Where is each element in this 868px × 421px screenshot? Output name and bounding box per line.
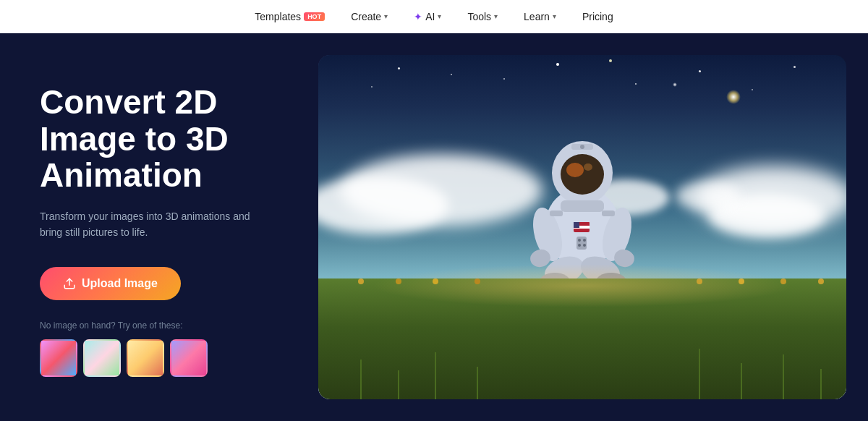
svg-rect-19 [574, 222, 579, 228]
nav-ai-label: AI [425, 11, 435, 22]
svg-rect-28 [602, 210, 615, 216]
svg-point-24 [583, 244, 586, 247]
sample-images-row [40, 339, 275, 377]
try-samples-text: No image on hand? Try one of these: [40, 320, 275, 331]
nav-learn-label: Learn [524, 11, 550, 22]
svg-rect-20 [576, 237, 587, 250]
nav-hot-badge: HOT [304, 12, 325, 21]
hero-section: Convert 2D Image to 3D Animation Transfo… [0, 33, 868, 421]
ai-sparkle-icon: ✦ [414, 11, 422, 22]
svg-point-21 [578, 239, 581, 242]
hero-right-panel [304, 33, 868, 421]
nav-templates-label: Templates [255, 11, 301, 22]
nav-tools-label: Tools [467, 11, 491, 22]
sample-thumb-1[interactable] [40, 339, 77, 377]
nav-tools[interactable]: Tools ▾ [467, 11, 498, 22]
ground-layer [318, 278, 846, 399]
svg-rect-6 [561, 200, 604, 212]
sample-thumb-3[interactable] [127, 339, 164, 377]
nav-learn[interactable]: Learn ▾ [524, 11, 556, 22]
nav-pricing[interactable]: Pricing [582, 11, 613, 22]
nav-create[interactable]: Create ▾ [351, 11, 388, 22]
svg-point-3 [561, 154, 604, 195]
chevron-down-icon-ai: ▾ [438, 12, 441, 20]
upload-icon [63, 277, 76, 290]
svg-point-22 [583, 239, 586, 242]
nav-ai[interactable]: ✦ AI ▾ [414, 11, 441, 22]
chevron-down-icon-tools: ▾ [494, 12, 498, 20]
sample-thumb-2[interactable] [83, 339, 121, 377]
svg-point-23 [578, 244, 581, 247]
hero-left-panel: Convert 2D Image to 3D Animation Transfo… [0, 33, 304, 421]
upload-image-button[interactable]: Upload Image [40, 267, 181, 300]
svg-point-4 [566, 163, 584, 177]
nav-templates[interactable]: Templates HOT [255, 11, 325, 22]
svg-rect-27 [550, 210, 563, 216]
chevron-down-icon-learn: ▾ [553, 12, 556, 20]
light-flare [726, 90, 741, 104]
chevron-down-icon: ▾ [384, 12, 388, 20]
hero-main-image [318, 55, 846, 399]
navbar: Templates HOT Create ▾ ✦ AI ▾ Tools ▾ Le… [0, 0, 868, 33]
svg-rect-18 [574, 229, 590, 231]
nav-create-label: Create [351, 11, 381, 22]
nav-pricing-label: Pricing [582, 11, 613, 22]
upload-button-label: Upload Image [82, 277, 158, 290]
hero-subtitle: Transform your images into 3D animations… [40, 208, 271, 241]
sample-thumb-4[interactable] [170, 339, 208, 377]
svg-point-26 [580, 145, 584, 149]
hero-title: Convert 2D Image to 3D Animation [40, 84, 275, 194]
svg-point-5 [584, 163, 592, 171]
